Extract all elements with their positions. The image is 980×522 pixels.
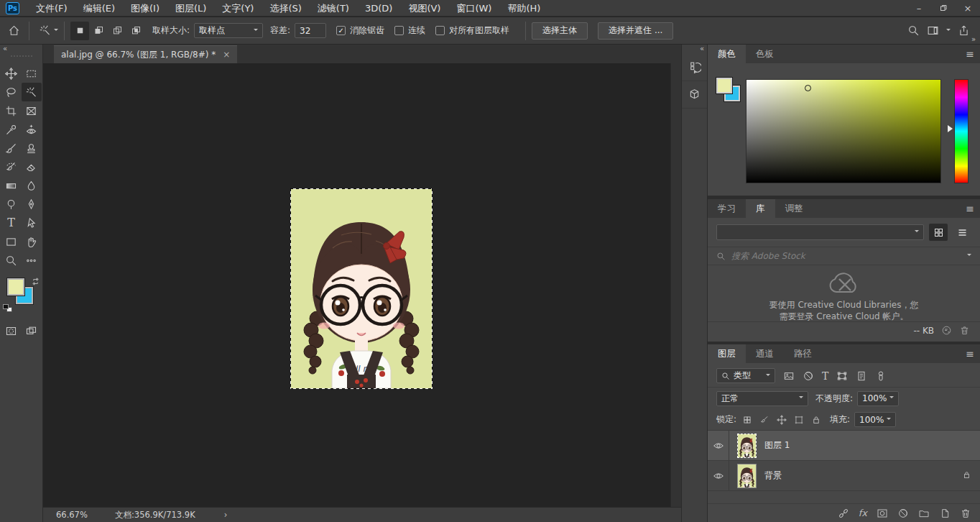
- foreground-color-swatch[interactable]: [7, 278, 24, 296]
- selection-mode-new-button[interactable]: [70, 22, 89, 40]
- tab-adjustments[interactable]: 调整: [775, 199, 813, 218]
- panel-foreground-swatch[interactable]: [716, 78, 732, 93]
- tab-swatches[interactable]: 色板: [746, 45, 784, 63]
- status-expand-icon[interactable]: ›: [224, 510, 228, 520]
- library-search-field[interactable]: 搜索 Adobe Stock: [708, 247, 980, 265]
- rectangle-tool[interactable]: [1, 232, 22, 251]
- layer-visibility-toggle[interactable]: [708, 461, 729, 491]
- contiguous-checkbox[interactable]: [394, 26, 404, 35]
- lock-artboard-button[interactable]: [794, 415, 804, 425]
- document-image[interactable]: [291, 189, 432, 388]
- history-brush-tool[interactable]: [1, 157, 22, 176]
- filter-by-smart-object-button[interactable]: [856, 370, 867, 382]
- close-button[interactable]: ×: [956, 0, 980, 17]
- restore-button[interactable]: [931, 0, 956, 17]
- filter-by-image-button[interactable]: [783, 370, 795, 382]
- lock-transparent-pixels-button[interactable]: [742, 415, 752, 425]
- eyedropper-tool[interactable]: [1, 120, 22, 139]
- layer-filter-toggle[interactable]: [875, 370, 887, 382]
- menu-image[interactable]: 图像(I): [123, 0, 167, 17]
- select-and-mask-button[interactable]: 选择并遮住 ...: [598, 22, 673, 40]
- list-view-button[interactable]: [953, 224, 971, 241]
- healing-tool[interactable]: [22, 120, 42, 139]
- dodge-tool[interactable]: [1, 195, 22, 214]
- layer-name[interactable]: 背景: [764, 470, 782, 482]
- gradient-tool[interactable]: [1, 176, 22, 195]
- menu-help[interactable]: 帮助(H): [499, 0, 548, 17]
- tab-learn[interactable]: 学习: [708, 199, 746, 218]
- magic-wand-tool[interactable]: [22, 83, 42, 101]
- history-panel-button[interactable]: [682, 54, 707, 81]
- select-subject-button[interactable]: 选择主体: [532, 22, 588, 40]
- quick-mask-button[interactable]: [1, 321, 22, 340]
- blend-mode-dropdown[interactable]: 正常: [716, 391, 808, 406]
- new-group-button[interactable]: [918, 508, 930, 519]
- tab-paths[interactable]: 路径: [784, 344, 822, 363]
- selection-mode-intersect-button[interactable]: [126, 22, 145, 40]
- tab-layers[interactable]: 图层: [708, 344, 746, 363]
- screen-mode-button[interactable]: [22, 321, 42, 340]
- panel-menu-icon[interactable]: ≡: [966, 45, 974, 63]
- tab-color[interactable]: 颜色: [708, 45, 746, 63]
- tolerance-input[interactable]: [295, 23, 326, 38]
- layer-row-layer1[interactable]: 图层 1: [708, 431, 980, 461]
- cloud-sync-icon[interactable]: [941, 325, 952, 336]
- move-tool[interactable]: [1, 64, 22, 83]
- pen-tool[interactable]: [22, 195, 42, 214]
- canvas-scrollbar[interactable]: [670, 63, 681, 507]
- zoom-level-field[interactable]: 66.67%: [56, 510, 99, 520]
- clone-stamp-tool[interactable]: [22, 139, 42, 157]
- filter-by-shape-button[interactable]: [836, 370, 848, 382]
- menu-select[interactable]: 选择(S): [262, 0, 309, 17]
- menu-3d[interactable]: 3D(D): [357, 0, 400, 17]
- expand-dock-icon[interactable]: «: [682, 45, 707, 54]
- anti-alias-checkbox[interactable]: ✓: [336, 26, 346, 35]
- blur-tool[interactable]: [22, 176, 42, 195]
- hand-tool[interactable]: [22, 232, 42, 251]
- type-tool[interactable]: T: [1, 214, 22, 232]
- fill-field[interactable]: 100%: [854, 412, 896, 427]
- hue-slider-pointer-icon[interactable]: [948, 125, 956, 132]
- sample-all-layers-checkbox[interactable]: [435, 26, 445, 35]
- lock-position-button[interactable]: [777, 415, 787, 425]
- share-icon[interactable]: [958, 24, 970, 37]
- path-selection-tool[interactable]: [22, 214, 42, 232]
- menu-layer[interactable]: 图层(L): [167, 0, 214, 17]
- selection-mode-subtract-button[interactable]: [108, 22, 126, 40]
- menu-type[interactable]: 文字(Y): [214, 0, 262, 17]
- workspace-caret-icon[interactable]: [946, 29, 951, 33]
- collapse-tools-icon[interactable]: «: [0, 45, 42, 54]
- sample-size-dropdown[interactable]: 取样点: [194, 23, 263, 38]
- lock-all-button[interactable]: [811, 415, 821, 425]
- layer-thumbnail[interactable]: [738, 464, 756, 487]
- brush-tool[interactable]: [1, 139, 22, 157]
- library-select-dropdown[interactable]: [716, 224, 924, 240]
- zoom-tool[interactable]: [1, 251, 22, 270]
- document-tab[interactable]: alal.jpg @ 66.7% (图层 1, RGB/8#) * ×: [54, 45, 237, 63]
- frame-tool[interactable]: [22, 101, 42, 120]
- hue-slider[interactable]: [954, 79, 969, 183]
- selection-mode-add-button[interactable]: [89, 22, 108, 40]
- collapse-panels-icon[interactable]: »: [971, 35, 976, 43]
- minimize-button[interactable]: –: [907, 0, 931, 17]
- canvas-area[interactable]: [43, 63, 670, 507]
- layer-filter-dropdown[interactable]: 类型: [716, 368, 775, 383]
- opacity-field[interactable]: 100%: [857, 391, 899, 406]
- new-adjustment-layer-button[interactable]: [897, 508, 909, 519]
- filter-by-adjustment-button[interactable]: [803, 370, 814, 382]
- default-colors-icon[interactable]: [3, 304, 13, 313]
- swap-colors-icon[interactable]: [31, 277, 40, 286]
- edit-toolbar-button[interactable]: [22, 251, 42, 270]
- tab-libraries[interactable]: 库: [746, 199, 775, 218]
- trash-icon[interactable]: [959, 325, 970, 336]
- filter-by-type-button[interactable]: T: [822, 370, 828, 382]
- menu-filter[interactable]: 滤镜(T): [310, 0, 357, 17]
- grid-view-button[interactable]: [929, 224, 948, 241]
- layer-thumbnail[interactable]: [738, 434, 756, 457]
- tab-close-icon[interactable]: ×: [223, 50, 230, 60]
- new-layer-button[interactable]: [939, 508, 951, 519]
- menu-view[interactable]: 视图(V): [400, 0, 448, 17]
- home-button[interactable]: [4, 22, 23, 40]
- eraser-tool[interactable]: [22, 157, 42, 176]
- layer-style-button[interactable]: fx: [859, 508, 867, 518]
